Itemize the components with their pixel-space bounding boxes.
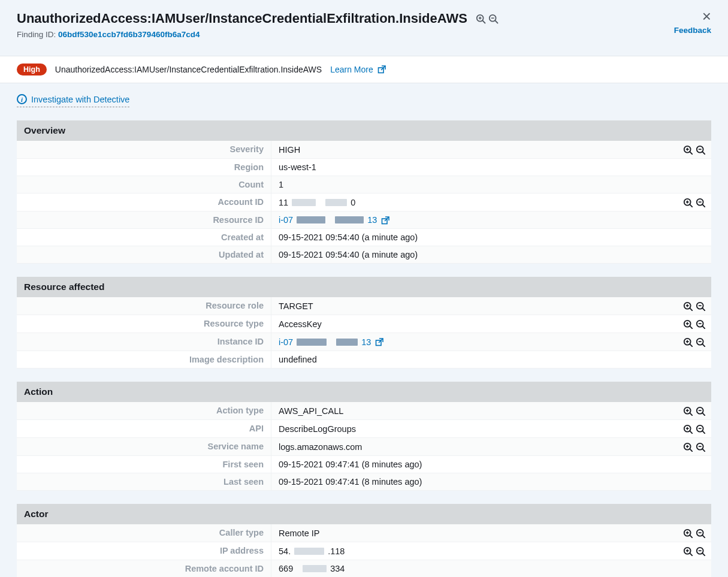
ip-address-value: 54..118 xyxy=(279,546,345,556)
zoom-out-icon[interactable] xyxy=(695,546,705,556)
ip-address-label: IP address xyxy=(17,542,271,560)
zoom-out-icon[interactable] xyxy=(695,406,705,416)
close-icon[interactable]: × xyxy=(702,11,711,22)
page-title: UnauthorizedAccess:IAMUser/InstanceCrede… xyxy=(17,11,467,26)
image-desc-label: Image description xyxy=(17,351,271,368)
zoom-in-icon[interactable] xyxy=(682,337,693,347)
finding-id-line: Finding ID: 06bdf530e1ccb7fd6b379460fb6a… xyxy=(17,30,200,39)
updated-at-label: Updated at xyxy=(17,246,271,263)
zoom-out-icon[interactable] xyxy=(488,14,499,24)
count-value: 1 xyxy=(279,180,283,189)
resource-role-value: TARGET xyxy=(279,301,313,311)
zoom-in-icon[interactable] xyxy=(476,14,486,24)
finding-type-text: UnauthorizedAccess:IAMUser/InstanceCrede… xyxy=(55,65,322,74)
actor-section: Actor Caller type Remote IP IP address 5… xyxy=(17,504,711,577)
investigate-detective-link[interactable]: i Investigate with Detective xyxy=(17,94,129,107)
zoom-in-icon[interactable] xyxy=(682,528,693,538)
resource-type-label: Resource type xyxy=(17,315,271,333)
api-value: DescribeLogGroups xyxy=(279,424,356,434)
image-desc-value: undefined xyxy=(279,355,317,364)
region-value: us-west-1 xyxy=(279,162,316,172)
external-link-icon xyxy=(374,337,383,346)
finding-id[interactable]: 06bdf530e1ccb7fd6b379460fb6a7cd4 xyxy=(58,30,200,39)
zoom-in-icon[interactable] xyxy=(682,546,693,556)
action-section: Action Action type AWS_API_CALL API Desc… xyxy=(17,382,711,491)
count-label: Count xyxy=(17,176,271,193)
severity-badge: High xyxy=(17,64,47,75)
zoom-out-icon[interactable] xyxy=(695,442,705,452)
overview-section: Overview Severity HIGH Region us-west-1 … xyxy=(17,120,711,264)
first-seen-label: First seen xyxy=(17,456,271,473)
resource-header: Resource affected xyxy=(17,277,711,297)
zoom-in-icon[interactable] xyxy=(682,406,693,416)
zoom-in-icon[interactable] xyxy=(682,442,693,452)
remote-account-id-label: Remote account ID xyxy=(17,560,271,577)
instance-id-label: Instance ID xyxy=(17,333,271,351)
service-name-value: logs.amazonaws.com xyxy=(279,442,362,452)
zoom-out-icon[interactable] xyxy=(695,528,705,538)
caller-type-value: Remote IP xyxy=(279,528,320,538)
created-at-value: 09-15-2021 09:54:40 (a minute ago) xyxy=(279,232,418,242)
resource-id-label: Resource ID xyxy=(17,212,271,228)
service-name-label: Service name xyxy=(17,438,271,455)
zoom-out-icon[interactable] xyxy=(695,197,705,207)
zoom-in-icon[interactable] xyxy=(682,144,693,155)
api-label: API xyxy=(17,420,271,437)
created-at-label: Created at xyxy=(17,229,271,246)
resource-section: Resource affected Resource role TARGET R… xyxy=(17,277,711,368)
zoom-in-icon[interactable] xyxy=(682,319,693,329)
info-icon: i xyxy=(17,94,27,104)
caller-type-label: Caller type xyxy=(17,524,271,542)
resource-role-label: Resource role xyxy=(17,297,271,315)
zoom-out-icon[interactable] xyxy=(695,319,705,329)
last-seen-value: 09-15-2021 09:47:41 (8 minutes ago) xyxy=(279,477,422,487)
zoom-out-icon[interactable] xyxy=(695,337,705,347)
severity-bar: High UnauthorizedAccess:IAMUser/Instance… xyxy=(0,56,728,83)
learn-more-link[interactable]: Learn More xyxy=(330,65,385,74)
zoom-in-icon[interactable] xyxy=(682,197,693,207)
severity-label: Severity xyxy=(17,141,271,158)
action-type-value: AWS_API_CALL xyxy=(279,406,343,416)
overview-header: Overview xyxy=(17,120,711,141)
severity-value: HIGH xyxy=(279,145,300,155)
zoom-out-icon[interactable] xyxy=(695,144,705,155)
first-seen-value: 09-15-2021 09:47:41 (8 minutes ago) xyxy=(279,460,422,469)
resource-type-value: AccessKey xyxy=(279,319,322,329)
zoom-out-icon[interactable] xyxy=(695,424,705,434)
zoom-in-icon[interactable] xyxy=(682,301,693,311)
feedback-link[interactable]: Feedback xyxy=(674,26,711,35)
external-link-icon xyxy=(377,65,386,74)
instance-id-link[interactable]: i-07 13 xyxy=(279,337,383,347)
actor-header: Actor xyxy=(17,504,711,524)
last-seen-label: Last seen xyxy=(17,473,271,490)
region-label: Region xyxy=(17,159,271,176)
external-link-icon xyxy=(380,216,389,225)
account-id-value: 11 0 xyxy=(279,198,355,207)
action-header: Action xyxy=(17,382,711,402)
remote-account-id-value: 669 334 xyxy=(279,564,345,573)
resource-id-link[interactable]: i-07 13 xyxy=(279,215,389,225)
zoom-in-icon[interactable] xyxy=(682,424,693,434)
updated-at-value: 09-15-2021 09:54:40 (a minute ago) xyxy=(279,250,418,259)
action-type-label: Action type xyxy=(17,402,271,419)
account-id-label: Account ID xyxy=(17,194,271,211)
finding-id-label: Finding ID: xyxy=(17,30,56,39)
zoom-out-icon[interactable] xyxy=(695,301,705,311)
